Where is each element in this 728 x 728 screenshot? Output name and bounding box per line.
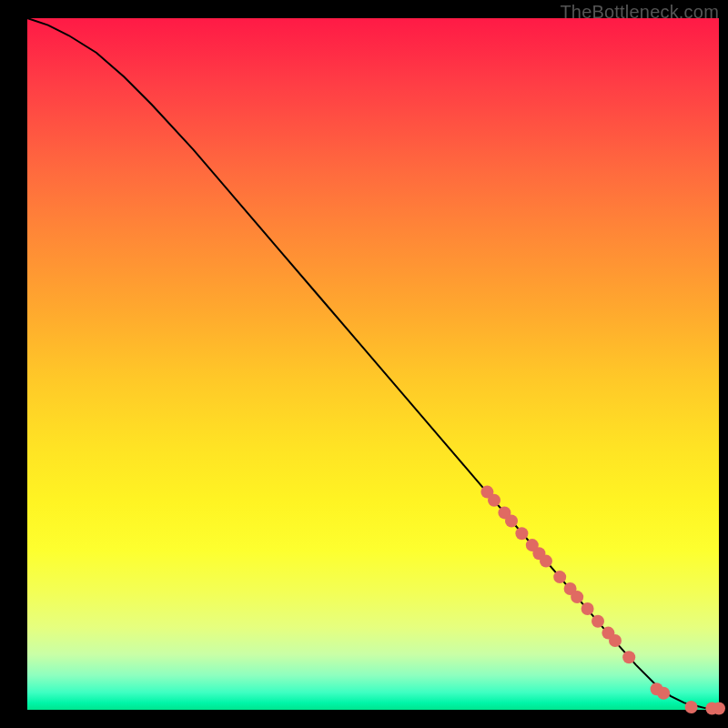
chart-overlay: [0, 0, 728, 728]
scatter-point: [581, 602, 594, 615]
scatter-point: [713, 703, 725, 715]
scatter-point: [515, 527, 528, 540]
scatter-points: [480, 486, 725, 715]
scatter-point: [622, 651, 635, 663]
scatter-point: [505, 515, 518, 528]
bottleneck-curve: [27, 18, 719, 709]
scatter-point: [553, 571, 566, 583]
scatter-point: [592, 615, 604, 628]
scatter-point: [685, 701, 698, 713]
scatter-point: [609, 634, 622, 647]
scatter-point: [488, 494, 500, 507]
scatter-point: [657, 687, 670, 700]
scatter-point: [540, 555, 552, 568]
scatter-point: [571, 591, 583, 603]
chart-stage: TheBottleneck.com: [0, 0, 728, 728]
